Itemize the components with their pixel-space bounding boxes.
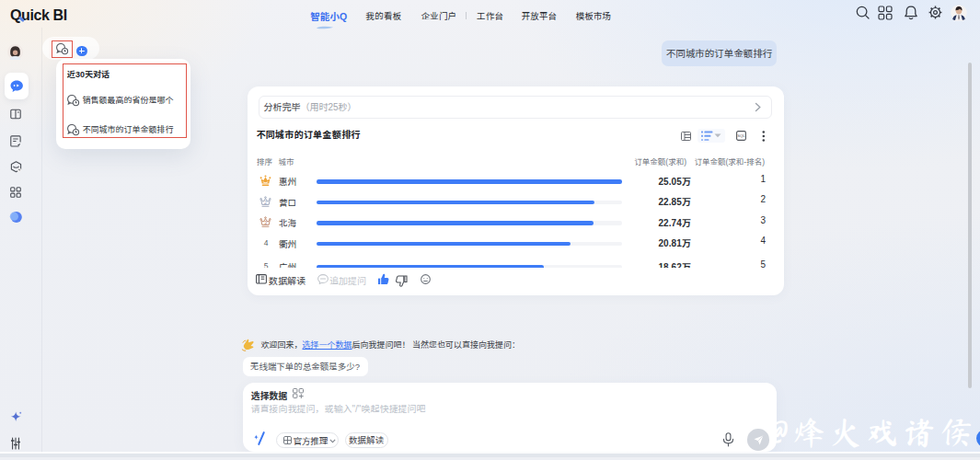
svg-text:3: 3	[263, 220, 266, 225]
svg-text:SQL: SQL	[737, 133, 745, 138]
svg-text:2: 2	[263, 199, 266, 204]
